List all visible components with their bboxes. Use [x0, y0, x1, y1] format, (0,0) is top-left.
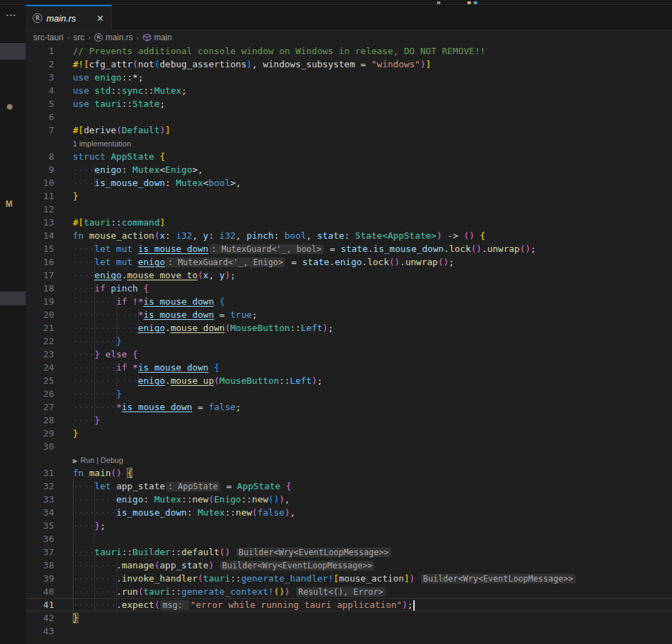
code-token: ) — [284, 586, 290, 597]
code-line[interactable]: 41········.expect(msg: "error while runn… — [26, 598, 672, 611]
code-content: fn main() { — [73, 466, 672, 480]
code-content: ············enigo.mouse_up(MouseButton::… — [73, 374, 672, 387]
code-line[interactable]: 24········if *is_mouse_down { — [26, 361, 672, 374]
code-line[interactable]: 11} — [26, 189, 672, 203]
code-line[interactable]: 43 — [26, 625, 672, 638]
code-content: ········.invoke_handler(tauri::generate_… — [73, 572, 672, 585]
code-line[interactable]: 32····let app_state: AppState = AppState… — [26, 480, 672, 493]
code-token: enigo — [94, 270, 121, 280]
close-tab-icon[interactable]: ✕ — [95, 13, 105, 24]
code-line[interactable]: 35····}; — [26, 519, 672, 532]
code-token: new — [236, 507, 252, 518]
breadcrumb-item-src[interactable]: src — [74, 33, 85, 42]
indent-whitespace: ···· — [73, 334, 95, 348]
codelens-row[interactable]: 1 implementation — [26, 137, 672, 150]
code-line[interactable]: 29} — [26, 427, 672, 440]
code-content: struct AppState { — [73, 150, 672, 163]
line-number: 16 — [26, 255, 73, 269]
code-line[interactable]: 3use enigo::*; — [26, 71, 672, 84]
code-token: ( — [138, 586, 144, 597]
code-line[interactable]: 25············enigo.mouse_up(MouseButton… — [26, 374, 672, 387]
code-line[interactable]: 1// Prevents additional console window o… — [26, 44, 672, 58]
indent-whitespace: ···· — [73, 255, 95, 269]
code-token: AppState — [237, 481, 281, 491]
code-line[interactable]: 20············*is_mouse_down = true; — [26, 308, 672, 321]
views-more-actions-icon[interactable]: ⋯ — [6, 9, 17, 22]
code-line[interactable]: 42} — [26, 611, 672, 625]
code-line[interactable]: 30 — [26, 440, 672, 453]
explorer-row-highlight[interactable] — [0, 291, 26, 305]
codelens-link[interactable]: Debug — [101, 456, 123, 464]
code-line[interactable]: 9····enigo: Mutex<Enigo>, — [26, 163, 672, 176]
code-token: is_mouse_down — [138, 362, 209, 373]
indent-whitespace: ···· — [94, 559, 117, 572]
breadcrumb-item-src-tauri[interactable]: src-tauri — [33, 33, 63, 42]
code-line[interactable]: 13#[tauri::command] — [26, 216, 672, 229]
line-number: 3 — [26, 71, 73, 84]
code-token: :: — [241, 494, 252, 505]
codelens-link[interactable]: Run — [80, 456, 94, 464]
code-content: ····enigo.mouse_move_to(x, y); — [73, 269, 672, 282]
code-line[interactable]: 2#![cfg_attr(not(debug_assertions), wind… — [26, 58, 672, 71]
tab-main-rs[interactable]: R main.rs ✕ — [26, 5, 112, 30]
code-line[interactable]: 28····} — [26, 414, 672, 427]
code-line[interactable]: 4use std::sync::Mutex; — [26, 84, 672, 97]
code-line[interactable]: 17····enigo.mouse_move_to(x, y); — [26, 269, 672, 282]
code-token: fn — [73, 468, 89, 478]
code-line[interactable]: 7#[derive(Default)] — [26, 124, 672, 137]
code-token: is_mouse_down — [117, 507, 187, 518]
code-line[interactable]: 22········} — [26, 334, 672, 348]
breadcrumb-item-main-symbol[interactable]: main — [143, 33, 172, 42]
codelens-link[interactable]: 1 implementation — [73, 139, 131, 148]
indent-whitespace: ···· — [94, 572, 117, 585]
code-token: ) — [322, 323, 328, 333]
code-token: Left — [301, 323, 322, 333]
matched-bracket: } — [73, 613, 78, 623]
code-token: unwrap — [405, 257, 438, 267]
code-line[interactable]: 38········.manage(app_state) Builder<Wry… — [26, 559, 672, 572]
code-line[interactable]: 19········if !*is_mouse_down { — [26, 295, 672, 308]
code-token: pinch — [111, 283, 138, 294]
code-line[interactable]: 5use tauri::State; — [26, 97, 672, 110]
code-token: * — [132, 362, 138, 373]
code-line[interactable]: 12 — [26, 203, 672, 216]
codelens-row[interactable]: ▶Run | Debug — [26, 453, 672, 466]
code-line[interactable]: 14fn mouse_action(x: i32, y: i32, pinch:… — [26, 229, 672, 242]
code-line[interactable]: 39········.invoke_handler(tauri::generat… — [26, 572, 672, 585]
code-line[interactable]: 8struct AppState { — [26, 150, 672, 163]
indent-whitespace: ···· — [73, 348, 95, 361]
code-line[interactable]: 27········*is_mouse_down = false; — [26, 400, 672, 414]
code-line[interactable]: 34········is_mouse_down: Mutex::new(fals… — [26, 506, 672, 519]
code-line[interactable]: 15····let mut is_mouse_down: MutexGuard<… — [26, 242, 672, 255]
code-line[interactable]: 40········.run(tauri::generate_context!(… — [26, 585, 672, 598]
code-token: tauri — [203, 573, 230, 584]
code-content: ········.run(tauri::generate_context!())… — [73, 585, 672, 598]
explorer-row-highlight[interactable] — [0, 43, 26, 60]
code-line[interactable]: 31fn main() { — [26, 466, 672, 480]
code-line[interactable]: 37····tauri::Builder::default() Builder<… — [26, 545, 672, 559]
code-line[interactable]: 10····is_mouse_down: Mutex<bool>, — [26, 176, 672, 189]
code-line[interactable]: 16····let mut enigo: MutexGuard<'_, Enig… — [26, 255, 672, 269]
code-token: default — [182, 547, 220, 557]
code-content: ········enigo: Mutex::new(Enigo::new()), — [73, 493, 672, 506]
editor[interactable]: 1// Prevents additional console window o… — [26, 44, 672, 644]
code-token: : — [121, 164, 132, 175]
code-line[interactable]: 26········} — [26, 387, 672, 400]
code-token: debug_assertions — [160, 59, 246, 69]
code-token: expect — [121, 600, 154, 610]
code-line[interactable]: 33········enigo: Mutex::new(Enigo::new()… — [26, 493, 672, 506]
code-line[interactable]: 23····} else { — [26, 348, 672, 361]
breadcrumb-item-main-rs[interactable]: R main.rs — [94, 33, 132, 42]
code-line[interactable]: 6 — [26, 110, 672, 124]
inlay-type-hint: Result<(), Error> — [296, 587, 386, 597]
titlebar-text-fragment — [467, 1, 471, 4]
line-number: 32 — [26, 480, 73, 493]
code-token: < — [160, 164, 165, 175]
code-line[interactable]: 36 — [26, 532, 672, 545]
code-line[interactable]: 18····if pinch { — [26, 282, 672, 295]
code-token: . — [165, 375, 171, 386]
line-number: 4 — [26, 84, 73, 97]
code-token: tauri — [94, 547, 121, 557]
code-content: } — [73, 427, 672, 440]
code-line[interactable]: 21············enigo.mouse_down(MouseButt… — [26, 321, 672, 334]
